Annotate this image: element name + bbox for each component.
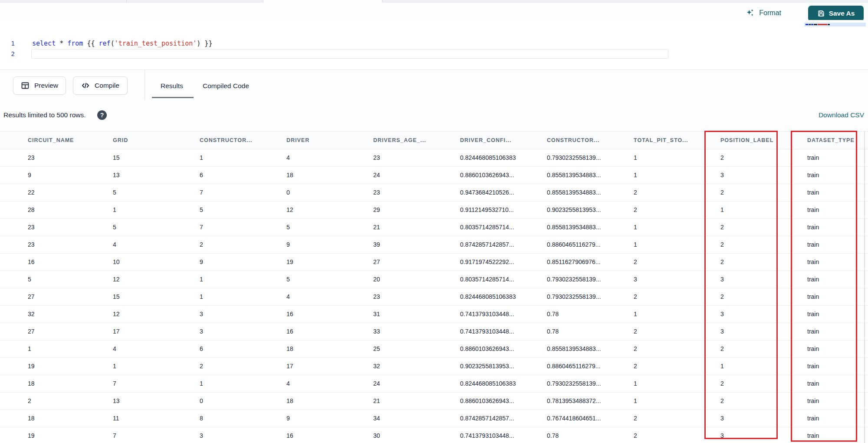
table-cell: 0.8558139534883... bbox=[521, 340, 608, 357]
table-row: 2717316330.7413793103448...0.7823train bbox=[0, 323, 868, 340]
table-cell: 3 bbox=[694, 271, 781, 288]
table-cell: 27 bbox=[0, 288, 87, 305]
table-cell: 0.8742857142857... bbox=[434, 236, 521, 253]
table-cell: 3 bbox=[694, 305, 781, 323]
table-cell: 2 bbox=[694, 375, 781, 392]
save-as-button[interactable]: Save As bbox=[808, 6, 864, 21]
table-cell: 2 bbox=[608, 357, 694, 375]
table-cell: 16 bbox=[260, 427, 347, 443]
table-cell: 2 bbox=[694, 184, 781, 201]
code-token-plain: }} bbox=[201, 40, 212, 47]
table-cell: 18 bbox=[0, 410, 87, 427]
table-cell: 9 bbox=[0, 166, 87, 184]
table-cell: 1 bbox=[174, 149, 260, 166]
table-cell: 1 bbox=[608, 392, 694, 410]
table-cell: 5 bbox=[174, 201, 260, 218]
table-cell: 3 bbox=[174, 305, 260, 323]
table-cell: 0.78 bbox=[521, 305, 608, 323]
table-cell: 3 bbox=[694, 410, 781, 427]
table-cell: 1 bbox=[608, 166, 694, 184]
table-row: 1610919270.9171974522292...0.85116279069… bbox=[0, 253, 868, 271]
table-cell: 24 bbox=[347, 375, 434, 392]
table-cell: 5 bbox=[0, 271, 87, 288]
column-header: CONSTRUCTOR... bbox=[521, 132, 608, 149]
table-cell: 1 bbox=[608, 305, 694, 323]
column-header: DATASET_TYPE bbox=[781, 132, 868, 149]
table-cell: train bbox=[781, 201, 868, 218]
table-cell: 0.7413793103448... bbox=[434, 323, 521, 340]
table-cell: 30 bbox=[347, 427, 434, 443]
table-cell: 1 bbox=[608, 236, 694, 253]
table-cell: 0.9023255813953... bbox=[434, 357, 521, 375]
table-cell: 0.9473684210526... bbox=[434, 184, 521, 201]
table-cell: 17 bbox=[87, 323, 174, 340]
editor-current-line[interactable] bbox=[31, 49, 668, 59]
column-header: POSITION_LABEL bbox=[694, 132, 781, 149]
results-info-row: Results limited to 500 rows. ? Download … bbox=[0, 104, 868, 129]
table-cell: 23 bbox=[0, 218, 87, 236]
table-cell: 32 bbox=[0, 305, 87, 323]
table-cell: 0.9112149532710... bbox=[434, 201, 521, 218]
column-header: TOTAL_PIT_STO... bbox=[608, 132, 694, 149]
table-cell: 1 bbox=[608, 375, 694, 392]
table-row: 18714240.8244680851063830.7930232558139.… bbox=[0, 375, 868, 392]
table-cell: 1 bbox=[174, 288, 260, 305]
editor-minimap[interactable] bbox=[804, 21, 866, 36]
code-line-1[interactable]: select * from {{ ref('train_test_positio… bbox=[32, 38, 212, 49]
minimap-code-preview bbox=[806, 24, 830, 25]
table-cell: 2 bbox=[694, 236, 781, 253]
table-cell: 2 bbox=[608, 201, 694, 218]
table-row: 913618240.8860103626943...0.855813953488… bbox=[0, 166, 868, 184]
table-cell: 23 bbox=[347, 288, 434, 305]
code-token-function: ref bbox=[99, 40, 111, 47]
table-cell: 2 bbox=[608, 323, 694, 340]
table-cell: 0.7930232558139... bbox=[521, 271, 608, 288]
save-as-button-label: Save As bbox=[829, 10, 855, 17]
table-cell: train bbox=[781, 288, 868, 305]
code-token-keyword: from bbox=[67, 40, 83, 47]
table-cell: train bbox=[781, 392, 868, 410]
table-cell: 0.9171974522292... bbox=[434, 253, 521, 271]
table-cell: 0.8558139534883... bbox=[521, 218, 608, 236]
table-cell: 5 bbox=[87, 218, 174, 236]
table-cell: 1 bbox=[174, 271, 260, 288]
table-row: 213018210.8860103626943...0.781395348837… bbox=[0, 392, 868, 410]
table-cell: 1 bbox=[608, 149, 694, 166]
table-cell: 34 bbox=[347, 410, 434, 427]
table-cell: 2 bbox=[694, 218, 781, 236]
tab-results[interactable]: Results bbox=[161, 80, 183, 92]
format-button[interactable]: Format bbox=[746, 6, 781, 20]
table-row: 191217320.9023255813953...0.886046511627… bbox=[0, 357, 868, 375]
table-cell: 16 bbox=[260, 323, 347, 340]
download-csv-link[interactable]: Download CSV bbox=[819, 111, 864, 119]
table-cell: 19 bbox=[0, 427, 87, 443]
compile-button[interactable]: Compile bbox=[73, 76, 128, 95]
table-cell: 18 bbox=[260, 166, 347, 184]
table-cell: 16 bbox=[260, 305, 347, 323]
table-cell: 0.8558139534883... bbox=[521, 184, 608, 201]
table-cell: 6 bbox=[174, 166, 260, 184]
preview-button[interactable]: Preview bbox=[13, 76, 66, 95]
column-header: GRID bbox=[87, 132, 174, 149]
table-row: 197316300.7413793103448...0.7823train bbox=[0, 427, 868, 443]
table-cell: 12 bbox=[87, 305, 174, 323]
table-cell: 0.8742857142857... bbox=[434, 410, 521, 427]
table-cell: train bbox=[781, 218, 868, 236]
table-cell: 19 bbox=[260, 253, 347, 271]
table-cell: 0.824468085106383 bbox=[434, 375, 521, 392]
table-cell: 13 bbox=[87, 166, 174, 184]
sql-editor[interactable]: 1 2 select * from {{ ref('train_test_pos… bbox=[0, 20, 868, 69]
table-cell: train bbox=[781, 340, 868, 357]
table-cell: 0.8511627906976... bbox=[521, 253, 608, 271]
table-cell: 2 bbox=[0, 392, 87, 410]
table-cell: 5 bbox=[260, 271, 347, 288]
table-cell: 3 bbox=[608, 271, 694, 288]
tab-compiled-code[interactable]: Compiled Code bbox=[203, 80, 249, 92]
help-icon[interactable]: ? bbox=[97, 110, 107, 120]
code-token-string: 'train_test_position' bbox=[115, 40, 197, 47]
table-row: 281512290.9112149532710...0.902325581395… bbox=[0, 201, 868, 218]
table-cell: 32 bbox=[347, 357, 434, 375]
line-number: 2 bbox=[0, 49, 19, 59]
preview-button-label: Preview bbox=[34, 82, 58, 89]
table-cell: 0.8860465116279... bbox=[521, 357, 608, 375]
